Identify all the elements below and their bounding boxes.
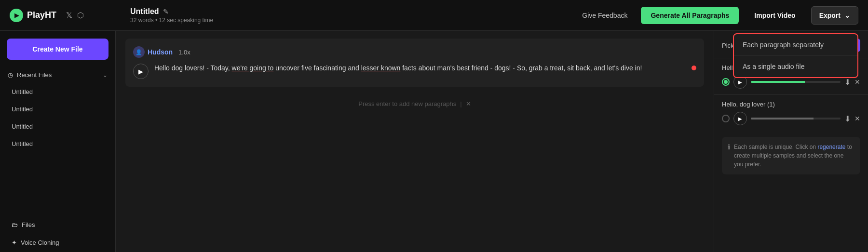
header-actions: Give Feedback Generate All Paragraphs Im… — [576, 6, 858, 25]
voice-cloning-icon: ✦ — [12, 239, 17, 246]
app-header: ▶ PlayHT 𝕏 ⬡ Untitled ✎ 32 words • 12 se… — [0, 0, 868, 31]
paragraph-content: ▶ Hello dog lovers! - Today, we're going… — [133, 63, 696, 79]
recent-files-chevron: ⌄ — [103, 72, 108, 79]
dismiss-hint-button[interactable]: ✕ — [466, 100, 471, 107]
document-title: Untitled — [130, 7, 159, 16]
sidebar: Create New File ◷ Recent Files ⌄ Untitle… — [0, 31, 116, 252]
create-new-file-button[interactable]: Create New File — [7, 39, 108, 60]
recent-file-item[interactable]: Untitled — [4, 101, 111, 118]
version-2-close-icon[interactable]: ✕ — [854, 115, 860, 122]
document-info: Untitled ✎ 32 words • 12 sec speaking ti… — [116, 7, 576, 24]
speaker-avatar: 👤 — [133, 46, 145, 58]
edit-title-icon[interactable]: ✎ — [163, 8, 169, 15]
chevron-down-icon: ⌄ — [844, 12, 850, 19]
feedback-button[interactable]: Give Feedback — [576, 8, 633, 23]
recent-file-item[interactable]: Untitled — [4, 83, 111, 100]
paragraph-status-dot — [692, 66, 696, 70]
underline-phrase-1: we're going to — [232, 64, 274, 72]
underline-phrase-2: lesser known — [361, 64, 401, 72]
regenerate-link[interactable]: regenerate — [817, 144, 845, 150]
doc-title-row: Untitled ✎ — [130, 7, 576, 16]
audio-version-2-title: Hello, dog lover (1) — [722, 101, 860, 108]
logo-area: ▶ PlayHT 𝕏 ⬡ — [10, 9, 116, 22]
export-option-single[interactable]: As a single audio file — [734, 55, 857, 77]
version-2-progress[interactable] — [751, 118, 841, 119]
play-paragraph-button[interactable]: ▶ — [133, 64, 149, 79]
version-2-download-icon[interactable]: ⬇ — [844, 114, 851, 123]
speaker-name[interactable]: Hudson — [148, 48, 173, 56]
generate-button[interactable]: Generate All Paragraphs — [641, 7, 739, 24]
document-meta: 32 words • 12 sec speaking time — [130, 17, 576, 24]
paragraph-text[interactable]: Hello dog lovers! - Today, we're going t… — [154, 63, 686, 73]
add-paragraph-hint: Press enter to add new paragraphs | ✕ — [116, 94, 714, 113]
version-2-play-button[interactable]: ▶ — [733, 112, 747, 125]
paragraph-header: 👤 Hudson 1.0x — [133, 46, 696, 58]
export-dropdown-menu: Each paragraph separately As a single au… — [733, 33, 858, 78]
recent-files-header[interactable]: ◷ Recent Files ⌄ — [4, 67, 111, 82]
version-1-radio[interactable] — [722, 78, 730, 86]
folder-icon: 🗁 — [12, 221, 18, 228]
info-text: Each sample is unique. Click on regenera… — [734, 143, 854, 169]
sidebar-item-files[interactable]: 🗁 Files — [4, 216, 111, 233]
add-hint-text: Press enter to add new paragraphs — [358, 100, 456, 107]
app-name: PlayHT — [27, 10, 56, 20]
social-icons: 𝕏 ⬡ — [66, 11, 84, 20]
twitter-icon[interactable]: 𝕏 — [66, 11, 72, 20]
logo: ▶ PlayHT — [10, 9, 56, 22]
recent-files-title: ◷ Recent Files — [8, 71, 52, 79]
export-option-separate[interactable]: Each paragraph separately — [734, 34, 857, 55]
recent-file-item[interactable]: Untitled — [4, 118, 111, 135]
recent-files-section: ◷ Recent Files ⌄ Untitled Untitled Untit… — [0, 67, 115, 153]
recent-files-list: Untitled Untitled Untitled Untitled — [4, 83, 111, 152]
speed-badge[interactable]: 1.0x — [178, 49, 190, 56]
version-2-progress-fill — [751, 118, 814, 119]
version-2-radio[interactable] — [722, 115, 730, 122]
paragraph-block: 👤 Hudson 1.0x ▶ Hello dog lovers! - Toda… — [125, 39, 704, 87]
version-1-progress-fill — [751, 81, 805, 83]
sidebar-item-voice-cloning[interactable]: ✦ Voice Cloning — [4, 234, 111, 251]
version-1-download-icon[interactable]: ⬇ — [844, 78, 851, 87]
hint-divider: | — [460, 100, 461, 107]
audio-player-row-2: ▶ ⬇ ✕ — [722, 112, 860, 125]
audio-version-2: Hello, dog lover (1) ▶ ⬇ ✕ — [714, 94, 868, 131]
version-1-progress[interactable] — [751, 81, 841, 83]
info-icon: ℹ — [728, 143, 730, 169]
sidebar-bottom-nav: 🗁 Files ✦ Voice Cloning — [0, 215, 115, 252]
editor-area: 👤 Hudson 1.0x ▶ Hello dog lovers! - Toda… — [116, 31, 714, 252]
discord-icon[interactable]: ⬡ — [77, 11, 84, 20]
recent-file-item[interactable]: Untitled — [4, 135, 111, 152]
speaker-info: 👤 Hudson — [133, 46, 173, 58]
import-video-button[interactable]: Import Video — [746, 7, 803, 24]
logo-icon: ▶ — [10, 9, 23, 22]
export-button[interactable]: Export ⌄ — [811, 6, 858, 25]
clock-icon: ◷ — [8, 71, 13, 79]
info-box: ℹ Each sample is unique. Click on regene… — [722, 137, 860, 174]
version-1-close-icon[interactable]: ✕ — [854, 78, 860, 86]
